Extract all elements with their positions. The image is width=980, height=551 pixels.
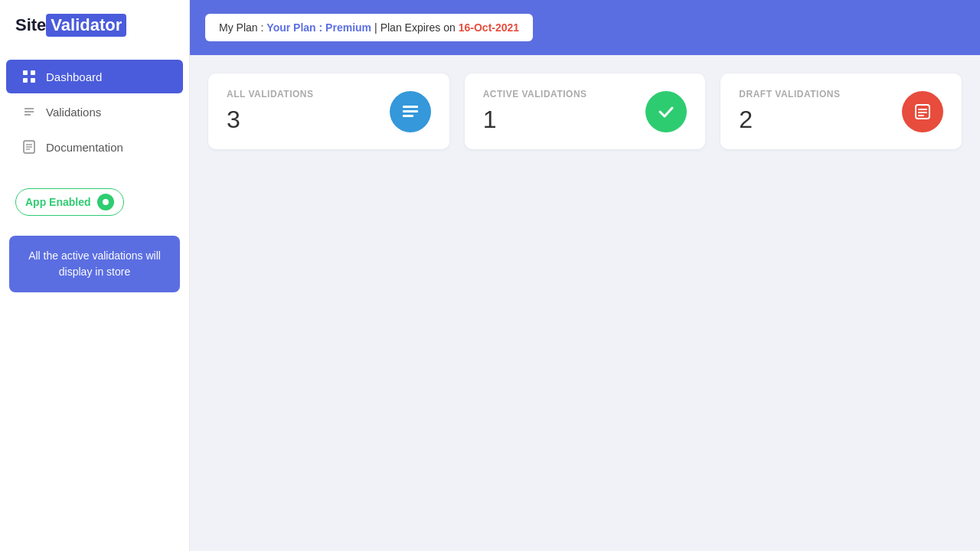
plan-expires-prefix: Plan Expires on <box>381 21 456 34</box>
info-box: All the active validations will display … <box>9 236 180 292</box>
all-validations-icon <box>390 91 431 132</box>
svg-rect-1 <box>31 70 35 75</box>
svg-rect-2 <box>23 78 28 83</box>
logo-site-text: Site <box>15 15 46 35</box>
plan-prefix: My Plan : <box>219 21 263 34</box>
documentation-icon <box>21 139 37 155</box>
sidebar-nav: Dashboard Validations <box>0 51 189 173</box>
info-box-text: All the active validations will display … <box>28 249 161 278</box>
toggle-dot-icon <box>97 194 114 210</box>
sidebar-item-validations[interactable]: Validations <box>6 95 183 129</box>
draft-validations-icon <box>902 91 943 132</box>
cards-area: ALL VALIDATIONS 3 ACTIVE VALIDATIONS 1 <box>190 55 980 168</box>
plan-name: Your Plan : Premium <box>266 21 371 34</box>
active-validations-icon <box>645 91 687 132</box>
svg-rect-12 <box>403 110 418 112</box>
main-content: My Plan : Your Plan : Premium | Plan Exp… <box>190 0 980 551</box>
svg-rect-16 <box>918 112 927 113</box>
logo: SiteValidator <box>15 14 126 37</box>
svg-rect-15 <box>918 109 927 110</box>
app-enabled-toggle[interactable]: App Enabled <box>15 188 124 216</box>
all-validations-value: 3 <box>227 106 314 134</box>
dashboard-icon <box>21 69 37 84</box>
draft-validations-card-left: DRAFT VALIDATIONS 2 <box>739 89 840 134</box>
draft-validations-value: 2 <box>739 106 840 134</box>
plan-badge: My Plan : Your Plan : Premium | Plan Exp… <box>205 14 533 41</box>
active-validations-label: ACTIVE VALIDATIONS <box>483 89 587 99</box>
draft-validations-card: DRAFT VALIDATIONS 2 <box>720 73 962 149</box>
all-validations-label: ALL VALIDATIONS <box>227 89 314 99</box>
sidebar-item-documentation[interactable]: Documentation <box>6 130 183 164</box>
top-bar: My Plan : Your Plan : Premium | Plan Exp… <box>190 0 980 55</box>
active-validations-card-left: ACTIVE VALIDATIONS 1 <box>483 89 587 134</box>
validations-icon <box>21 104 37 119</box>
sidebar-item-dashboard[interactable]: Dashboard <box>6 60 183 93</box>
app-enabled-label: App Enabled <box>25 196 91 208</box>
logo-area: SiteValidator <box>0 0 189 51</box>
svg-rect-17 <box>918 115 924 116</box>
active-validations-value: 1 <box>483 106 587 134</box>
svg-rect-13 <box>403 115 413 117</box>
svg-rect-3 <box>31 78 35 83</box>
all-validations-card: ALL VALIDATIONS 3 <box>208 73 449 149</box>
draft-validations-label: DRAFT VALIDATIONS <box>739 89 840 99</box>
svg-rect-0 <box>23 70 28 75</box>
all-validations-card-left: ALL VALIDATIONS 3 <box>227 89 314 134</box>
sidebar-item-documentation-label: Documentation <box>46 141 123 154</box>
svg-rect-11 <box>403 106 418 108</box>
app-enabled-section: App Enabled <box>0 173 189 223</box>
logo-validator-text: Validator <box>46 14 126 37</box>
sidebar: SiteValidator Dashboard <box>0 0 190 551</box>
sidebar-item-validations-label: Validations <box>46 106 101 119</box>
active-validations-card: ACTIVE VALIDATIONS 1 <box>465 73 706 149</box>
plan-expires-date: 16-Oct-2021 <box>459 21 519 34</box>
plan-separator: | <box>374 21 377 34</box>
sidebar-item-dashboard-label: Dashboard <box>46 70 102 83</box>
